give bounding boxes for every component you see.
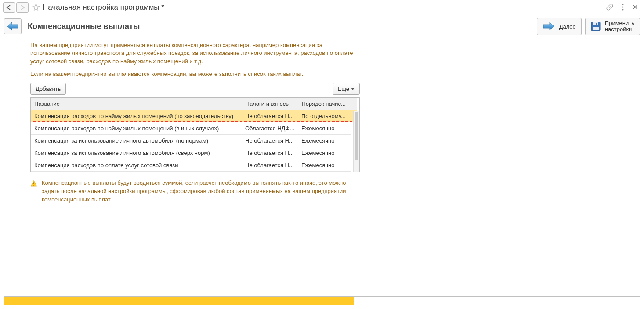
table-scrollbar[interactable]	[353, 111, 359, 172]
table-row[interactable]: Компенсация расходов по найму жилых поме…	[31, 122, 359, 134]
more-menu-icon[interactable]	[620, 3, 626, 12]
table-cell: Не облагается Н...	[242, 134, 298, 147]
warning-icon	[30, 180, 37, 204]
column-header-order[interactable]: Порядок начис...	[298, 98, 351, 110]
table-cell: По отдельному...	[298, 110, 351, 122]
table-cell: Компенсация за использование личного авт…	[31, 147, 242, 159]
table-header-row: Название Налоги и взносы Порядок начис..…	[31, 98, 359, 110]
arrow-right-icon	[543, 22, 555, 31]
svg-marker-3	[7, 22, 18, 30]
table-cell: Не облагается Н...	[242, 147, 298, 159]
table-cell: Компенсация расходов по оплате услуг сот…	[31, 159, 242, 171]
svg-rect-8	[593, 27, 599, 30]
close-window-icon[interactable]	[632, 4, 638, 11]
wizard-progress-bar	[4, 296, 640, 305]
column-header-taxes[interactable]: Налоги и взносы	[242, 98, 298, 110]
svg-point-2	[622, 9, 624, 10]
more-button[interactable]: Еще	[333, 83, 360, 95]
table-cell: Не облагается Н...	[242, 159, 298, 171]
nav-back-button[interactable]	[3, 2, 15, 13]
column-header-name[interactable]: Название	[31, 98, 242, 110]
table-cell: Ежемесячно	[298, 134, 351, 147]
table-row[interactable]: Компенсация за использование личного авт…	[31, 134, 359, 147]
table-cell: Не облагается Н...	[242, 110, 298, 122]
table-cell: Облагается НДФ...	[242, 122, 298, 134]
svg-rect-6	[593, 22, 598, 25]
payments-table: Название Налоги и взносы Порядок начис..…	[30, 97, 360, 172]
svg-rect-7	[596, 23, 597, 25]
add-button[interactable]: Добавить	[30, 83, 66, 95]
table-toolbar: Добавить Еще	[30, 83, 360, 95]
window-title: Начальная настройка программы *	[43, 3, 164, 12]
intro-paragraph-2: Если на вашем предприятии выплачиваются …	[30, 70, 355, 79]
table-row[interactable]: Компенсация расходов по оплате услуг сот…	[31, 159, 359, 171]
chevron-down-icon	[351, 88, 355, 90]
svg-rect-9	[33, 182, 34, 184]
table-cell: Ежемесячно	[298, 122, 351, 134]
table-row[interactable]: Компенсация расходов по найму жилых поме…	[31, 110, 359, 122]
table-cell: Компенсация за использование личного авт…	[31, 134, 242, 147]
intro-paragraph-1: На вашем предприятии могут применяться в…	[30, 41, 355, 66]
titlebar: Начальная настройка программы *	[0, 0, 644, 14]
floppy-save-icon	[591, 22, 601, 31]
table-cell: Ежемесячно	[298, 147, 351, 159]
section-header: Компенсационные выплаты Далее	[4, 18, 640, 35]
apply-button-label: Применитьнастройки	[605, 20, 634, 33]
scrollbar-header-stub	[351, 98, 357, 110]
info-note-text: Компенсационные выплаты будут вводиться …	[42, 179, 360, 204]
svg-point-1	[622, 6, 624, 7]
more-button-label: Еще	[338, 86, 349, 92]
progress-fill	[4, 297, 354, 305]
scrollbar-thumb[interactable]	[355, 112, 358, 160]
next-button-label: Далее	[559, 23, 576, 30]
info-note: Компенсационные выплаты будут вводиться …	[30, 179, 360, 204]
favorite-star-icon[interactable]	[32, 3, 40, 12]
link-icon[interactable]	[606, 3, 614, 12]
table-cell: Компенсация расходов по найму жилых поме…	[31, 122, 242, 134]
table-cell: Компенсация расходов по найму жилых поме…	[31, 110, 242, 122]
wizard-body: На вашем предприятии могут применяться в…	[4, 35, 364, 204]
app-window: Начальная настройка программы * Компенса…	[0, 0, 644, 309]
svg-point-0	[622, 4, 624, 5]
add-button-label: Добавить	[36, 86, 61, 92]
wizard-next-button[interactable]: Далее	[537, 18, 582, 35]
nav-forward-button[interactable]	[16, 2, 29, 13]
apply-settings-button[interactable]: Применитьнастройки	[585, 18, 640, 35]
table-row[interactable]: Компенсация за использование личного авт…	[31, 147, 359, 159]
table-cell: Ежемесячно	[298, 159, 351, 171]
section-title: Компенсационные выплаты	[28, 22, 140, 31]
content-area: Компенсационные выплаты Далее	[0, 14, 644, 309]
svg-rect-10	[33, 185, 34, 185]
arrow-left-icon	[7, 22, 19, 31]
svg-marker-4	[543, 22, 554, 30]
wizard-back-button[interactable]	[4, 18, 22, 34]
